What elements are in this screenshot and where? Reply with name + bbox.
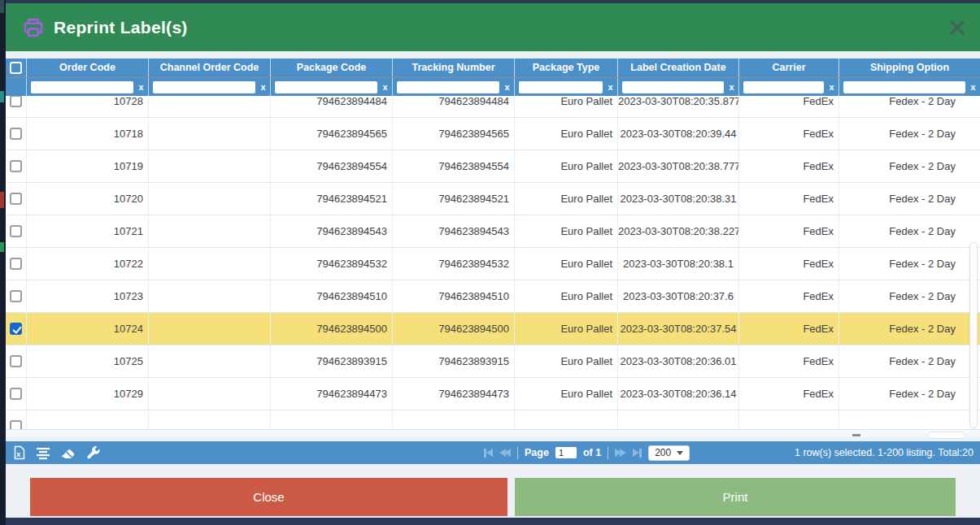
cell-shipping_option: Fedex - 2 Day [839,345,980,377]
cell-package_code: 794623894565 [271,118,393,150]
last-page-button[interactable] [633,449,642,458]
cell-order_code: 10721 [27,215,149,247]
cell-label_creation_date: 2023-03-30T08:20:38.31 [618,183,739,215]
row-checkbox[interactable] [10,323,22,335]
cell-package_code: 794623894500 [271,313,393,345]
separator [517,447,518,459]
row-checkbox[interactable] [10,128,22,140]
cell-channel_order_code [149,150,271,182]
filter-cell-order_code: x [27,78,149,96]
table-row[interactable]: 10729794623894473794623894473Euro Pallet… [6,378,980,410]
row-checkbox-cell [6,118,27,150]
close-button[interactable]: Close [30,478,507,516]
row-checkbox[interactable] [10,96,22,107]
cell-package_code: 794623894473 [271,378,393,410]
table-row[interactable]: 10719794623894554794623894554Euro Pallet… [6,150,980,183]
clear-filter-package_code[interactable]: x [380,82,390,92]
print-button[interactable]: Print [515,478,956,516]
close-icon[interactable] [947,18,967,37]
cell-label_creation_date: 2023-03-30T08:20:37.6 [618,280,739,312]
eraser-icon[interactable] [60,445,76,460]
filter-cell-shipping_option: x [839,78,980,96]
background-fragment [0,192,4,208]
row-checkbox[interactable] [10,160,22,172]
clear-filter-order_code[interactable]: x [136,82,146,92]
column-header-package_type[interactable]: Package Type [515,59,618,77]
row-checkbox[interactable] [10,258,22,270]
cell-shipping_option: Fedex - 2 Day [839,248,980,280]
cell-tracking_number: 794623894500 [393,313,515,345]
cell-carrier: FedEx [739,150,839,182]
horizontal-scrollbar-thumb[interactable] [928,432,965,439]
wrench-icon[interactable] [86,445,101,460]
column-header-order_code[interactable]: Order Code [27,59,149,77]
page-size-select[interactable]: 200 [648,445,690,461]
clear-filter-package_type[interactable]: x [605,82,616,92]
table-row[interactable]: 10720794623894521794623894521Euro Pallet… [6,183,980,215]
page-number-input[interactable] [555,447,577,458]
filter-cell-carrier: x [739,78,839,96]
cell-order_code: 10725 [27,345,149,377]
cell-package_code: 794623894521 [271,183,393,215]
filter-input-label_creation_date[interactable] [622,81,724,93]
column-header-package_code[interactable]: Package Code [271,59,393,77]
chevron-down-icon [677,451,683,455]
table-row[interactable]: 10728794623894484794623894484Euro Pallet… [6,96,980,118]
table-row[interactable]: 10724794623894500794623894500Euro Pallet… [6,313,980,345]
column-header-tracking_number[interactable]: Tracking Number [393,59,515,77]
cell-tracking_number [393,410,515,429]
column-header-shipping_option[interactable]: Shipping Option [839,59,980,77]
cell-shipping_option: Fedex - 2 Day [839,118,980,150]
table-row[interactable]: 10725794623893915794623893915Euro Pallet… [6,345,980,378]
filter-input-shipping_option[interactable] [843,81,965,93]
cell-channel_order_code [149,345,271,377]
cell-order_code: 10722 [27,248,149,280]
table-row[interactable]: 10721794623894543794623894543Euro Pallet… [6,215,980,248]
cell-channel_order_code [149,183,271,215]
next-page-button[interactable] [615,449,626,457]
row-checkbox[interactable] [10,420,22,429]
cell-carrier: FedEx [739,96,839,117]
cell-package_type: Euro Pallet [515,183,618,215]
cell-label_creation_date: 2023-03-30T08:20:36.01 [618,345,739,377]
row-checkbox[interactable] [10,355,22,367]
horizontal-scrollbar[interactable] [6,429,980,440]
filter-input-package_code[interactable] [275,81,377,93]
prev-page-button[interactable] [499,449,511,457]
cell-carrier: FedEx [739,118,839,150]
row-checkbox[interactable] [10,225,22,237]
filter-cell-channel_order_code: x [149,78,271,96]
export-excel-icon[interactable]: x [12,445,26,460]
filter-input-tracking_number[interactable] [397,81,499,93]
modal-header: Reprint Label(s) [6,3,980,51]
clear-filter-channel_order_code[interactable]: x [258,82,268,92]
clear-filter-tracking_number[interactable]: x [502,82,512,92]
filter-input-channel_order_code[interactable] [153,81,255,93]
table-row[interactable]: 10723794623894510794623894510Euro Pallet… [6,280,980,313]
table-row[interactable]: 10722794623894532794623894532Euro Pallet… [6,248,980,280]
first-page-button[interactable] [484,449,493,458]
table-row-partial[interactable] [6,410,980,429]
clear-filter-label_creation_date[interactable]: x [726,82,737,92]
clear-filter-carrier[interactable]: x [826,82,837,92]
cell-shipping_option: Fedex - 2 Day [839,183,980,215]
clear-filter-shipping_option[interactable]: x [968,82,978,92]
column-header-carrier[interactable]: Carrier [739,59,839,77]
filter-input-order_code[interactable] [31,81,133,93]
select-all-checkbox[interactable] [10,62,22,74]
cell-label_creation_date: 2023-03-30T08:20:37.54 [618,313,739,345]
row-checkbox[interactable] [10,193,22,205]
column-header-label_creation_date[interactable]: Label Creation Date [618,59,739,77]
filter-input-package_type[interactable] [519,81,603,93]
row-checkbox[interactable] [10,388,22,400]
cell-label_creation_date: 2023-03-30T08:20:38.777 [618,150,739,182]
filter-input-carrier[interactable] [743,81,824,93]
filter-cell-package_type: x [515,78,618,96]
row-checkbox[interactable] [10,290,22,302]
vertical-scrollbar[interactable] [969,242,978,428]
row-checkbox-cell [6,150,27,182]
column-header-channel_order_code[interactable]: Channel Order Code [149,59,271,77]
cell-tracking_number: 794623893915 [393,345,515,377]
row-density-icon[interactable] [36,445,50,460]
table-row[interactable]: 10718794623894565794623894565Euro Pallet… [6,118,980,150]
